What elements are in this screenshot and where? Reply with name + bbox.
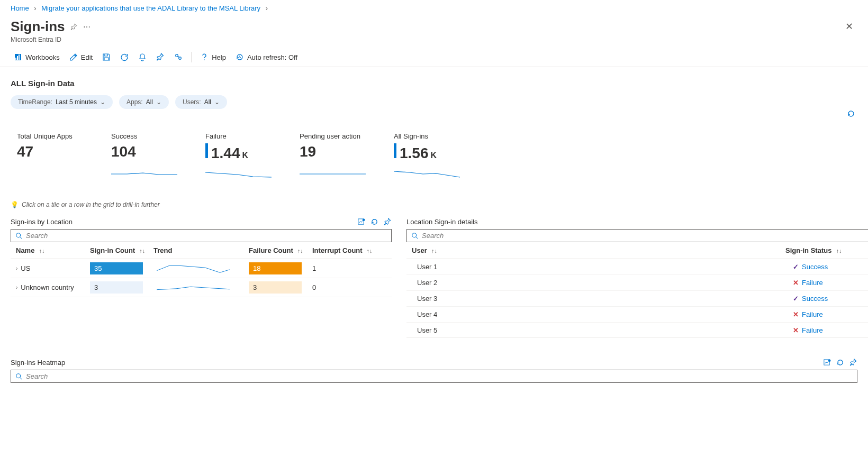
- metric-tile[interactable]: All Sign-ins 1.56K: [394, 132, 463, 180]
- help-button[interactable]: Help: [197, 51, 229, 63]
- details-table-header: User↑↓ Sign-in Status↑↓ S: [406, 242, 868, 259]
- table-row[interactable]: User 5 ✕Failure: [406, 323, 868, 337]
- expand-icon[interactable]: ›: [16, 265, 17, 271]
- pin-button[interactable]: [153, 51, 168, 63]
- location-name: Unknown country: [21, 283, 74, 291]
- checkmark-icon: ✓: [793, 295, 799, 303]
- restore-icon[interactable]: [836, 359, 844, 367]
- workbooks-icon: [14, 53, 22, 61]
- table-row[interactable]: User 1 ✓Success: [406, 259, 868, 275]
- sort-icon[interactable]: ↑↓: [297, 248, 303, 254]
- user-cell: User 2: [417, 279, 793, 287]
- signins-by-location-panel: Sign-ins by Location Name↑↓ Sign-in Coun…: [11, 218, 392, 345]
- more-icon[interactable]: ⋯: [83, 23, 91, 31]
- save-button[interactable]: [99, 51, 114, 63]
- metric-tile[interactable]: Total Unique Apps 47: [17, 132, 86, 180]
- user-cell: User 3: [417, 295, 793, 303]
- filter-apps[interactable]: Apps: All ⌄: [119, 95, 169, 109]
- failure-count-cell: 18: [249, 262, 302, 274]
- svg-point-8: [363, 218, 365, 221]
- location-details-panel: Location Sign-in details User↑↓ Sign-in …: [406, 218, 868, 345]
- share-icon: [174, 53, 183, 61]
- svg-point-9: [16, 233, 21, 237]
- filter-users[interactable]: Users: All ⌄: [175, 95, 227, 109]
- page-title: Sign-ins: [11, 19, 65, 35]
- table-row[interactable]: User 4 ✕Failure: [406, 307, 868, 323]
- user-cell: User 5: [417, 326, 793, 334]
- heatmap-search[interactable]: [11, 370, 857, 383]
- chevron-right-icon: ›: [266, 4, 268, 12]
- filter-timerange[interactable]: TimeRange: Last 5 minutes ⌄: [11, 95, 113, 109]
- pin-icon: [156, 53, 165, 61]
- location-search-input[interactable]: [26, 232, 387, 240]
- tile-value: 1.56K: [394, 143, 463, 162]
- sort-icon[interactable]: ↑↓: [836, 248, 842, 254]
- tile-label: Success: [111, 132, 180, 140]
- svg-rect-2: [17, 56, 18, 60]
- content: ALL Sign-in Data TimeRange: Last 5 minut…: [0, 67, 868, 393]
- table-row[interactable]: ›US 35 18 1: [11, 259, 392, 278]
- details-scroll[interactable]: User 1 ✓SuccessUser 2 ✕FailureUser 3 ✓Su…: [406, 259, 868, 337]
- details-hscroll[interactable]: [406, 337, 868, 345]
- svg-point-4: [176, 54, 178, 57]
- panel-title: Sign-ins by Location: [11, 218, 73, 226]
- chevron-right-icon: ›: [34, 4, 36, 12]
- sort-icon[interactable]: ↑↓: [431, 248, 437, 254]
- status-cell: ✕Failure: [793, 279, 868, 287]
- autorefresh-button[interactable]: Auto refresh: Off: [232, 51, 301, 63]
- location-table-header: Name↑↓ Sign-in Count↑↓ Trend Failure Cou…: [11, 242, 392, 259]
- signin-count-cell: 3: [90, 281, 143, 294]
- trend-sparkline: [153, 263, 249, 274]
- chevron-down-icon: ⌄: [100, 98, 105, 106]
- location-search[interactable]: [11, 229, 392, 242]
- edit-button[interactable]: Edit: [66, 51, 96, 63]
- panel-title: Location Sign-in details: [406, 218, 477, 226]
- workbooks-button[interactable]: Workbooks: [11, 51, 63, 63]
- save-icon: [102, 53, 111, 61]
- metric-tile[interactable]: Success 104: [111, 132, 180, 180]
- breadcrumb-home[interactable]: Home: [11, 4, 29, 12]
- pin-icon[interactable]: [849, 359, 857, 367]
- breadcrumb-migrate[interactable]: Migrate your applications that use the A…: [41, 4, 260, 12]
- trend-sparkline: [153, 282, 249, 294]
- sort-icon[interactable]: ↑↓: [367, 248, 373, 254]
- share-button[interactable]: [171, 51, 186, 63]
- lightbulb-icon: 💡: [11, 201, 19, 208]
- chevron-down-icon: ⌄: [214, 98, 220, 106]
- chart-log-icon[interactable]: [823, 359, 831, 367]
- pin-icon[interactable]: [384, 218, 392, 226]
- table-row[interactable]: ›Unknown country 3 3 0: [11, 278, 392, 297]
- chart-log-icon[interactable]: [357, 218, 365, 226]
- heatmap-search-input[interactable]: [26, 372, 853, 380]
- search-icon: [15, 373, 23, 380]
- metric-tile[interactable]: Pending user action 19: [300, 132, 368, 180]
- page-subtitle: Microsoft Entra ID: [11, 36, 91, 43]
- sort-icon[interactable]: ↑↓: [139, 248, 145, 254]
- refresh-button[interactable]: [117, 51, 132, 63]
- details-search[interactable]: [406, 229, 868, 242]
- alert-button[interactable]: [135, 51, 150, 63]
- toolbar: Workbooks Edit Help Auto refresh: Off: [0, 48, 868, 67]
- interrupt-count-cell: 0: [312, 283, 386, 291]
- close-button[interactable]: ✕: [841, 19, 857, 34]
- heatmap-title: Sign-ins Heatmap: [11, 359, 65, 367]
- sort-icon[interactable]: ↑↓: [39, 248, 44, 254]
- tile-label: Total Unique Apps: [17, 132, 86, 140]
- table-row[interactable]: User 2 ✕Failure: [406, 275, 868, 291]
- svg-rect-3: [19, 54, 20, 60]
- details-search-input[interactable]: [422, 232, 868, 240]
- location-name: US: [21, 264, 30, 272]
- restore-icon[interactable]: [370, 218, 378, 226]
- checkmark-icon: ✓: [793, 263, 799, 271]
- tile-label: Pending user action: [300, 132, 368, 140]
- table-row[interactable]: User 3 ✓Success: [406, 291, 868, 307]
- tile-value: 19: [300, 143, 368, 160]
- expand-icon[interactable]: ›: [16, 285, 17, 290]
- svg-point-15: [16, 373, 21, 378]
- pin-icon[interactable]: [70, 23, 78, 31]
- svg-rect-1: [15, 58, 16, 60]
- help-icon: [200, 53, 209, 61]
- metric-tile[interactable]: Failure 1.44K: [205, 132, 274, 180]
- restore-icon[interactable]: [847, 109, 855, 118]
- metric-tiles: Total Unique Apps 47Success 104Failure 1…: [11, 122, 857, 188]
